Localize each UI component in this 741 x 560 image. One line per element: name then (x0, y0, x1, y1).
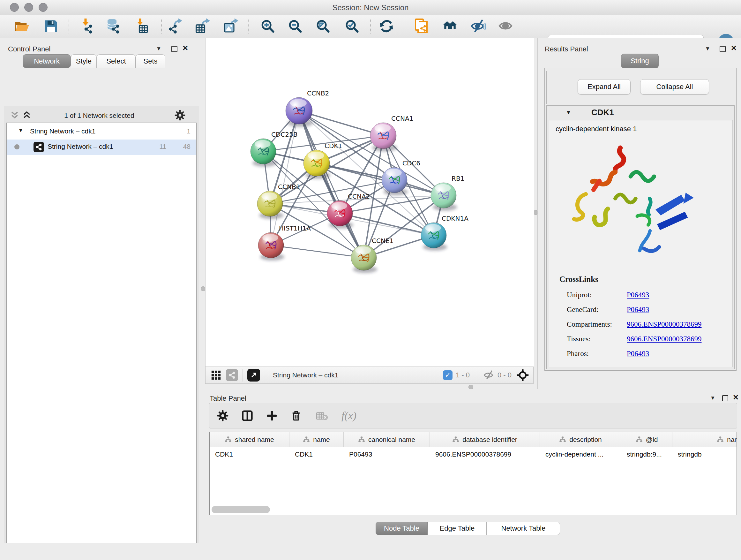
import-network-button[interactable] (79, 18, 96, 34)
refresh-layout-button[interactable] (378, 18, 395, 34)
column-header-description[interactable]: description (540, 432, 621, 447)
results-panel-title: Results Panel (545, 45, 588, 53)
crosslink-compartments[interactable]: 9606.ENSP00000378699 (627, 320, 702, 328)
delete-column-trash-icon[interactable] (290, 410, 302, 422)
column-type-icon (559, 436, 566, 443)
network-options-gear-icon[interactable] (175, 110, 185, 121)
tab-edge-table[interactable]: Edge Table (428, 522, 487, 535)
home-networks-button[interactable] (442, 18, 458, 34)
column-header-@id[interactable]: @id (621, 432, 672, 447)
crosslink-tissues[interactable]: 9606.ENSP00000378699 (627, 335, 702, 343)
export-network-button[interactable] (167, 18, 184, 34)
zoom-selected-button[interactable] (344, 18, 360, 34)
tab-style[interactable]: Style (71, 54, 97, 68)
show-all-icon-button[interactable] (497, 18, 514, 34)
column-header-canonical-name[interactable]: canonical name (344, 432, 430, 447)
edge-count: 48 (7, 143, 191, 150)
table-panel-menu-icon[interactable]: ▼ (710, 395, 716, 401)
add-column-icon[interactable] (266, 410, 278, 422)
import-network-from-database-button[interactable] (105, 18, 122, 34)
crosslink-uniprot[interactable]: P06493 (627, 291, 649, 299)
column-header-namespace[interactable]: namespace (672, 432, 737, 447)
tab-string[interactable]: String (621, 54, 659, 68)
results-panel-close-icon[interactable]: × (731, 45, 737, 51)
network-tree-root-row[interactable]: ▼ String Network – cdk1 1 (7, 124, 196, 139)
crosslink-pharos[interactable]: P06493 (627, 350, 649, 358)
export-table-button[interactable] (195, 18, 211, 34)
zoom-out-button[interactable] (287, 18, 304, 34)
hide-selected-icon-button[interactable] (470, 18, 486, 34)
table-cell[interactable]: stringdb (672, 447, 737, 458)
tab-select[interactable]: Select (97, 54, 136, 68)
column-type-icon (717, 436, 724, 443)
collapse-all-button[interactable]: Collapse All (640, 79, 709, 95)
fit-content-crosshair-icon[interactable] (517, 369, 529, 381)
gene-name: CDK1 (591, 108, 614, 118)
network-node-HIST1H1A[interactable]: HIST1H1A (258, 225, 311, 260)
table-horizontal-scrollbar[interactable] (212, 506, 270, 513)
table-cell[interactable]: cyclin-dependent ... (540, 447, 621, 458)
table-panel-float-icon[interactable] (722, 395, 728, 401)
view-toolbar-separator (243, 369, 243, 381)
delete-table-icon[interactable] (316, 410, 328, 422)
control-panel-float-icon[interactable] (172, 46, 178, 52)
selected-nodes-checkbox-icon[interactable]: ✓ (443, 370, 453, 380)
window-title: Session: New Session (0, 3, 741, 12)
network-node-CCNB1[interactable]: CCNB1 (257, 183, 300, 219)
table-options-gear-icon[interactable] (217, 410, 228, 422)
network-node-RB1[interactable]: RB1 (431, 175, 464, 211)
network-node-CCNA1[interactable]: CCNA1 (370, 115, 413, 151)
save-session-button[interactable] (43, 18, 59, 34)
title-bar: Session: New Session (0, 0, 741, 15)
network-share-icon[interactable] (226, 369, 238, 381)
results-panel-menu-icon[interactable]: ▼ (705, 46, 711, 52)
expand-all-button[interactable]: Expand All (578, 79, 630, 95)
column-header-shared-name[interactable]: shared name (210, 432, 289, 447)
export-image-button[interactable] (223, 18, 240, 34)
column-header-name[interactable]: name (289, 432, 344, 447)
results-panel-float-icon[interactable] (720, 46, 726, 52)
open-in-window-icon[interactable] (247, 369, 260, 381)
node-label-CCNB2: CCNB2 (307, 89, 329, 97)
table-cell[interactable]: CDK1 (210, 447, 289, 458)
table-cell[interactable]: 9606.ENSP00000378699 (430, 447, 540, 458)
node-label-CCNB1: CCNB1 (278, 183, 300, 191)
birdseye-grid-icon[interactable] (211, 370, 221, 381)
section-collapse-triangle-icon[interactable]: ▼ (566, 110, 571, 116)
node-label-CDKN1A: CDKN1A (442, 214, 468, 222)
function-builder-icon[interactable]: f(x) (341, 410, 356, 422)
network-node-CDK1[interactable]: CDK1 (304, 142, 342, 179)
table-cell[interactable]: CDK1 (289, 447, 344, 458)
network-node-CDC25B[interactable]: CDC25B (251, 131, 298, 167)
left-splitter-handle[interactable] (201, 287, 205, 291)
zoom-fit-button[interactable] (315, 18, 331, 34)
control-panel-title: Control Panel (8, 45, 51, 53)
copy-network-button[interactable] (414, 18, 430, 34)
column-header-database-identifier[interactable]: database identifier (430, 432, 540, 447)
tab-sets[interactable]: Sets (136, 54, 165, 68)
network-node-CCNB2[interactable]: CCNB2 (286, 89, 329, 127)
table-cell[interactable]: stringdb:9... (621, 447, 672, 458)
network-view-canvas[interactable]: CCNB2CCNA1CDC25BCDK1CDC6RB1CCNB1CCNA2CDK… (205, 38, 534, 367)
zoom-in-button[interactable] (259, 18, 276, 34)
crosslink-genecard[interactable]: P06493 (627, 306, 649, 314)
table-panel-close-icon[interactable]: × (733, 394, 738, 400)
tab-network-table[interactable]: Network Table (487, 522, 560, 535)
table-cell[interactable]: P06493 (344, 447, 430, 458)
tab-node-table[interactable]: Node Table (376, 522, 428, 535)
show-columns-icon[interactable] (241, 410, 253, 422)
network-selection-status: 1 of 1 Network selected (4, 112, 194, 119)
hidden-eye-slash-icon[interactable] (483, 370, 494, 381)
network-node-CDC6[interactable]: CDC6 (382, 159, 420, 195)
network-view-title: String Network – cdk1 (273, 371, 338, 379)
tab-network[interactable]: Network (23, 54, 71, 68)
control-panel-close-icon[interactable]: × (183, 45, 188, 51)
table-row[interactable]: CDK1CDK1P064939606.ENSP00000378699cyclin… (210, 447, 737, 458)
control-panel-menu-icon[interactable]: ▼ (156, 46, 161, 52)
import-table-button[interactable] (133, 18, 150, 34)
crosslink-row: Tissues: 9606.ENSP00000378699 (567, 332, 726, 347)
open-session-button[interactable] (14, 18, 30, 34)
network-node-CDKN1A[interactable]: CDKN1A (421, 214, 468, 251)
hidden-counts: 0 - 0 (497, 371, 512, 379)
network-tree-child-row[interactable]: String Network – cdk1 11 48 (7, 139, 196, 155)
